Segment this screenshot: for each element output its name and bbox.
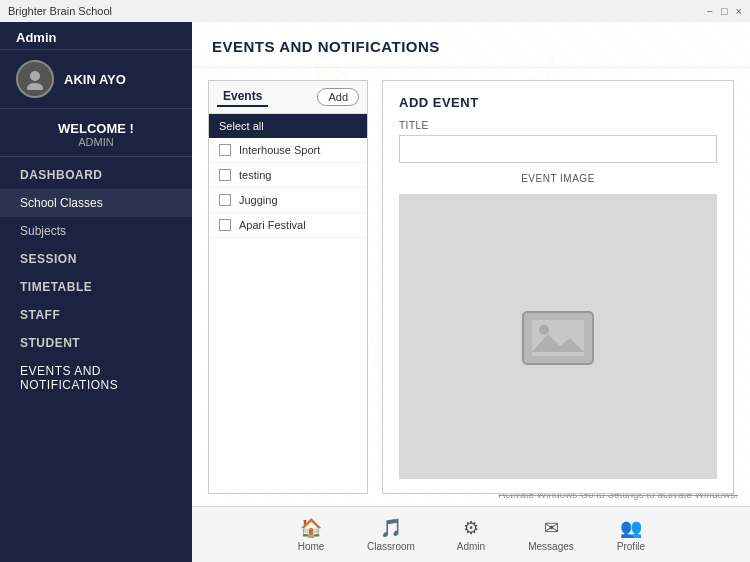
app-name: Brighter Brain School <box>8 5 112 17</box>
sidebar-item-school-classes[interactable]: School Classes <box>0 189 192 217</box>
sidebar-item-dashboard[interactable]: DASHBOARD <box>0 161 192 189</box>
bottom-nav: 🏠 Home 🎵 Classroom ⚙ Admin ✉ Messages 👥 … <box>192 506 750 562</box>
profile-label: Profile <box>617 541 645 552</box>
event-item[interactable]: Jugging <box>209 188 367 213</box>
events-toolbar: Events Add <box>209 81 367 114</box>
title-bar: Brighter Brain School − □ × <box>0 0 750 22</box>
image-placeholder-icon <box>518 302 598 372</box>
event-checkbox-3[interactable] <box>219 194 231 206</box>
content-area: ✏ 📐 🔑 🔬 ⚗ 📏 🔭 📚 EVENTS AND NOTIFICATIONS <box>192 22 750 506</box>
image-placeholder[interactable] <box>399 194 717 479</box>
event-list: Interhouse Sport testing Jugging <box>209 138 367 493</box>
page-title: EVENTS AND NOTIFICATIONS <box>212 38 730 55</box>
welcome-text: WELCOME ! <box>0 121 192 136</box>
admin-label: Admin <box>457 541 485 552</box>
classroom-icon: 🎵 <box>380 517 402 539</box>
event-item[interactable]: testing <box>209 163 367 188</box>
home-icon: 🏠 <box>300 517 322 539</box>
sidebar-item-student[interactable]: STUDENT <box>0 329 192 357</box>
events-tab[interactable]: Events <box>217 87 268 107</box>
role-text: ADMIN <box>0 136 192 148</box>
svg-point-12 <box>539 325 549 335</box>
page-body: Events Add Select all Interhouse Sport <box>192 68 750 506</box>
add-event-panel: ADD EVENT TITLE EVENT IMAGE <box>382 80 734 494</box>
title-field-label: TITLE <box>399 120 717 131</box>
home-label: Home <box>298 541 325 552</box>
bottom-nav-classroom[interactable]: 🎵 Classroom <box>351 513 431 556</box>
sidebar-username: AKIN AYO <box>64 72 126 87</box>
minimize-btn[interactable]: − <box>706 5 712 17</box>
sidebar-nav: DASHBOARD School Classes Subjects SESSIO… <box>0 157 192 562</box>
event-name-1: Interhouse Sport <box>239 144 320 156</box>
sidebar-item-staff[interactable]: STAFF <box>0 301 192 329</box>
image-label: EVENT IMAGE <box>399 173 717 184</box>
sidebar-user: AKIN AYO <box>0 50 192 109</box>
svg-point-1 <box>27 83 43 90</box>
avatar <box>16 60 54 98</box>
title-input[interactable] <box>399 135 717 163</box>
sidebar-item-events-notifications[interactable]: EVENTS AND NOTIFICATIONS <box>0 357 192 399</box>
event-name-4: Apari Festival <box>239 219 306 231</box>
bottom-nav-admin[interactable]: ⚙ Admin <box>431 513 511 556</box>
event-checkbox-1[interactable] <box>219 144 231 156</box>
add-event-title: ADD EVENT <box>399 95 717 110</box>
event-name-3: Jugging <box>239 194 278 206</box>
svg-point-0 <box>30 71 40 81</box>
classroom-label: Classroom <box>367 541 415 552</box>
add-event-button[interactable]: Add <box>317 88 359 106</box>
messages-icon: ✉ <box>544 517 559 539</box>
sidebar: Admin AKIN AYO WELCOME ! ADMIN DASHBOARD… <box>0 22 192 562</box>
select-all-label: Select all <box>219 120 264 132</box>
app-body: Admin AKIN AYO WELCOME ! ADMIN DASHBOARD… <box>0 22 750 562</box>
maximize-btn[interactable]: □ <box>721 5 728 17</box>
messages-label: Messages <box>528 541 574 552</box>
event-checkbox-2[interactable] <box>219 169 231 181</box>
bottom-nav-profile[interactable]: 👥 Profile <box>591 513 671 556</box>
event-name-2: testing <box>239 169 271 181</box>
sidebar-item-subjects[interactable]: Subjects <box>0 217 192 245</box>
close-btn[interactable]: × <box>736 5 742 17</box>
profile-icon: 👥 <box>620 517 642 539</box>
title-field-group: TITLE <box>399 120 717 163</box>
sidebar-admin-label: Admin <box>0 22 192 50</box>
sidebar-item-timetable[interactable]: TIMETABLE <box>0 273 192 301</box>
sidebar-item-session[interactable]: SESSION <box>0 245 192 273</box>
window-controls[interactable]: − □ × <box>706 5 742 17</box>
admin-icon: ⚙ <box>463 517 479 539</box>
content-inner: EVENTS AND NOTIFICATIONS Events Add Sele… <box>192 22 750 506</box>
events-panel: Events Add Select all Interhouse Sport <box>208 80 368 494</box>
sidebar-welcome: WELCOME ! ADMIN <box>0 109 192 157</box>
page-header: EVENTS AND NOTIFICATIONS <box>192 22 750 68</box>
event-item[interactable]: Apari Festival <box>209 213 367 238</box>
select-all-row[interactable]: Select all <box>209 114 367 138</box>
event-item[interactable]: Interhouse Sport <box>209 138 367 163</box>
event-checkbox-4[interactable] <box>219 219 231 231</box>
bottom-nav-home[interactable]: 🏠 Home <box>271 513 351 556</box>
bottom-nav-messages[interactable]: ✉ Messages <box>511 513 591 556</box>
